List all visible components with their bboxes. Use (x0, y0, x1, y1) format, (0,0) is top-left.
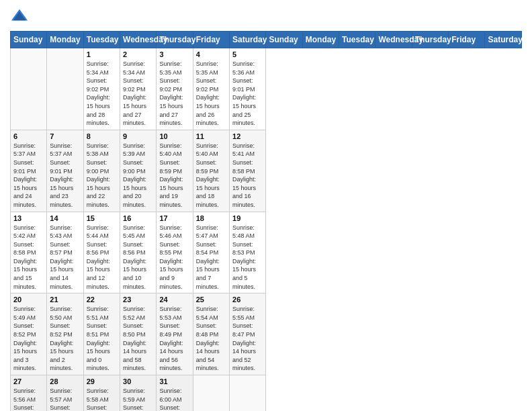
calendar-day-27: 27Sunrise: 5:56 AM Sunset: 8:46 PM Dayli… (11, 375, 47, 412)
column-header-friday: Friday (449, 32, 485, 48)
column-header-friday: Friday (193, 32, 229, 48)
calendar-day-26: 26Sunrise: 5:55 AM Sunset: 8:47 PM Dayli… (230, 293, 266, 375)
day-number: 19 (232, 214, 263, 222)
calendar-day-21: 21Sunrise: 5:50 AM Sunset: 8:52 PM Dayli… (47, 293, 83, 375)
calendar-day-23: 23Sunrise: 5:52 AM Sunset: 8:50 PM Dayli… (120, 293, 157, 375)
calendar-day-empty (11, 48, 47, 130)
day-info: Sunrise: 5:57 AM Sunset: 8:45 PM Dayligh… (50, 387, 80, 411)
calendar-day-10: 10Sunrise: 5:40 AM Sunset: 8:59 PM Dayli… (157, 130, 193, 212)
day-number: 4 (196, 50, 226, 58)
column-header-sunday: Sunday (11, 32, 47, 48)
day-info: Sunrise: 5:58 AM Sunset: 8:43 PM Dayligh… (87, 387, 117, 411)
calendar-table: SundayMondayTuesdayWednesdayThursdayFrid… (10, 31, 522, 411)
calendar-day-5: 5Sunrise: 5:36 AM Sunset: 9:01 PM Daylig… (230, 48, 266, 130)
day-number: 23 (123, 295, 153, 304)
calendar-day-30: 30Sunrise: 5:59 AM Sunset: 8:42 PM Dayli… (120, 375, 157, 412)
day-info: Sunrise: 5:35 AM Sunset: 9:02 PM Dayligh… (159, 60, 189, 128)
calendar-week-row: 1Sunrise: 5:34 AM Sunset: 9:02 PM Daylig… (11, 48, 522, 130)
day-info: Sunrise: 5:59 AM Sunset: 8:42 PM Dayligh… (123, 387, 153, 411)
calendar-day-28: 28Sunrise: 5:57 AM Sunset: 8:45 PM Dayli… (47, 375, 83, 412)
day-number: 16 (123, 214, 153, 222)
day-info: Sunrise: 5:40 AM Sunset: 8:59 PM Dayligh… (159, 142, 189, 210)
day-number: 22 (87, 295, 117, 304)
calendar-day-25: 25Sunrise: 5:54 AM Sunset: 8:48 PM Dayli… (193, 293, 229, 375)
column-header-thursday: Thursday (412, 32, 448, 48)
calendar-week-row: 13Sunrise: 5:42 AM Sunset: 8:58 PM Dayli… (11, 212, 522, 293)
calendar-day-empty (230, 375, 266, 412)
calendar-day-18: 18Sunrise: 5:47 AM Sunset: 8:54 PM Dayli… (193, 212, 229, 293)
day-number: 24 (159, 295, 189, 304)
day-number: 8 (87, 132, 117, 140)
day-number: 14 (50, 214, 80, 222)
column-header-monday: Monday (302, 32, 339, 48)
day-number: 2 (123, 50, 153, 58)
calendar-day-19: 19Sunrise: 5:48 AM Sunset: 8:53 PM Dayli… (230, 212, 266, 293)
day-number: 3 (159, 50, 189, 58)
day-info: Sunrise: 5:55 AM Sunset: 8:47 PM Dayligh… (232, 305, 263, 373)
calendar-day-13: 13Sunrise: 5:42 AM Sunset: 8:58 PM Dayli… (11, 212, 47, 293)
day-info: Sunrise: 6:00 AM Sunset: 8:41 PM Dayligh… (159, 387, 189, 411)
day-info: Sunrise: 5:48 AM Sunset: 8:53 PM Dayligh… (232, 224, 263, 291)
day-number: 12 (232, 132, 263, 140)
calendar-week-row: 20Sunrise: 5:49 AM Sunset: 8:52 PM Dayli… (11, 293, 522, 375)
day-number: 11 (196, 132, 226, 140)
calendar-day-8: 8Sunrise: 5:38 AM Sunset: 9:00 PM Daylig… (83, 130, 120, 212)
calendar-day-2: 2Sunrise: 5:34 AM Sunset: 9:02 PM Daylig… (120, 48, 157, 130)
day-info: Sunrise: 5:53 AM Sunset: 8:49 PM Dayligh… (159, 305, 189, 373)
column-header-wednesday: Wednesday (120, 32, 157, 48)
day-number: 27 (13, 377, 44, 385)
calendar-header-row: SundayMondayTuesdayWednesdayThursdayFrid… (11, 32, 522, 48)
day-info: Sunrise: 5:42 AM Sunset: 8:58 PM Dayligh… (13, 224, 44, 291)
calendar-day-empty (193, 375, 229, 412)
day-number: 30 (123, 377, 153, 385)
calendar-day-20: 20Sunrise: 5:49 AM Sunset: 8:52 PM Dayli… (11, 293, 47, 375)
calendar-day-29: 29Sunrise: 5:58 AM Sunset: 8:43 PM Dayli… (83, 375, 120, 412)
calendar-day-3: 3Sunrise: 5:35 AM Sunset: 9:02 PM Daylig… (157, 48, 193, 130)
day-info: Sunrise: 5:38 AM Sunset: 9:00 PM Dayligh… (87, 142, 117, 210)
calendar-day-11: 11Sunrise: 5:40 AM Sunset: 8:59 PM Dayli… (193, 130, 229, 212)
day-info: Sunrise: 5:34 AM Sunset: 9:02 PM Dayligh… (87, 60, 117, 128)
day-info: Sunrise: 5:39 AM Sunset: 9:00 PM Dayligh… (123, 142, 153, 210)
day-info: Sunrise: 5:56 AM Sunset: 8:46 PM Dayligh… (13, 387, 44, 411)
calendar-day-9: 9Sunrise: 5:39 AM Sunset: 9:00 PM Daylig… (120, 130, 157, 212)
day-number: 21 (50, 295, 80, 304)
day-number: 28 (50, 377, 80, 385)
day-info: Sunrise: 5:49 AM Sunset: 8:52 PM Dayligh… (13, 305, 44, 373)
day-info: Sunrise: 5:54 AM Sunset: 8:48 PM Dayligh… (196, 305, 226, 373)
column-header-tuesday: Tuesday (83, 32, 120, 48)
column-header-thursday: Thursday (157, 32, 193, 48)
day-info: Sunrise: 5:36 AM Sunset: 9:01 PM Dayligh… (232, 60, 263, 128)
calendar-day-17: 17Sunrise: 5:46 AM Sunset: 8:55 PM Dayli… (157, 212, 193, 293)
day-number: 5 (232, 50, 263, 58)
day-number: 18 (196, 214, 226, 222)
day-number: 6 (13, 132, 44, 140)
calendar-day-16: 16Sunrise: 5:45 AM Sunset: 8:56 PM Dayli… (120, 212, 157, 293)
calendar-day-15: 15Sunrise: 5:44 AM Sunset: 8:56 PM Dayli… (83, 212, 120, 293)
day-info: Sunrise: 5:37 AM Sunset: 9:01 PM Dayligh… (13, 142, 44, 210)
day-number: 7 (50, 132, 80, 140)
day-number: 26 (232, 295, 263, 304)
day-info: Sunrise: 5:50 AM Sunset: 8:52 PM Dayligh… (50, 305, 80, 373)
calendar-day-31: 31Sunrise: 6:00 AM Sunset: 8:41 PM Dayli… (157, 375, 193, 412)
calendar-day-6: 6Sunrise: 5:37 AM Sunset: 9:01 PM Daylig… (11, 130, 47, 212)
column-header-monday: Monday (47, 32, 83, 48)
calendar-week-row: 27Sunrise: 5:56 AM Sunset: 8:46 PM Dayli… (11, 375, 522, 412)
day-info: Sunrise: 5:51 AM Sunset: 8:51 PM Dayligh… (87, 305, 117, 373)
logo-icon (10, 7, 29, 26)
day-info: Sunrise: 5:41 AM Sunset: 8:58 PM Dayligh… (232, 142, 263, 210)
calendar-day-24: 24Sunrise: 5:53 AM Sunset: 8:49 PM Dayli… (157, 293, 193, 375)
calendar-week-row: 6Sunrise: 5:37 AM Sunset: 9:01 PM Daylig… (11, 130, 522, 212)
column-header-wednesday: Wednesday (375, 32, 412, 48)
calendar-day-empty (47, 48, 83, 130)
day-info: Sunrise: 5:46 AM Sunset: 8:55 PM Dayligh… (159, 224, 189, 291)
day-number: 13 (13, 214, 44, 222)
day-number: 1 (87, 50, 117, 58)
day-number: 31 (159, 377, 189, 385)
day-number: 9 (123, 132, 153, 140)
calendar-day-1: 1Sunrise: 5:34 AM Sunset: 9:02 PM Daylig… (83, 48, 120, 130)
column-header-tuesday: Tuesday (339, 32, 375, 48)
day-info: Sunrise: 5:52 AM Sunset: 8:50 PM Dayligh… (123, 305, 153, 373)
calendar-day-7: 7Sunrise: 5:37 AM Sunset: 9:01 PM Daylig… (47, 130, 83, 212)
column-header-saturday: Saturday (485, 32, 522, 48)
day-number: 10 (159, 132, 189, 140)
